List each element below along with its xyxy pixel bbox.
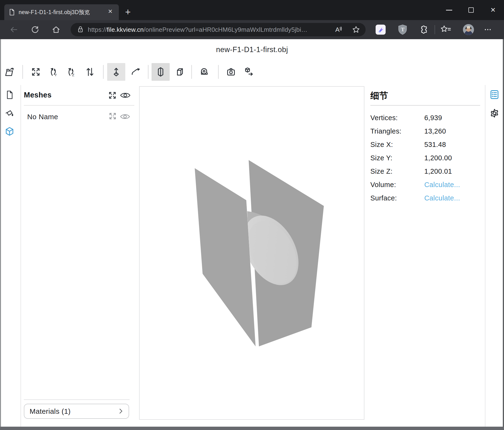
detail-row-size-z: Size Z: 1,200.01: [370, 165, 480, 178]
shaded-view-button[interactable]: [152, 63, 170, 81]
refresh-button[interactable]: [28, 20, 42, 39]
eye-icon: [120, 113, 130, 120]
home-button[interactable]: [49, 20, 63, 39]
orbit-button[interactable]: [126, 63, 145, 81]
fit-view-icon: [30, 66, 41, 77]
mesh-item-fit-button[interactable]: [108, 111, 117, 121]
left-plane: [195, 168, 256, 346]
new-tab-button[interactable]: +: [122, 6, 134, 18]
detail-row-size-y: Size Y: 1,200.00: [370, 151, 480, 165]
bird-extension-icon: [376, 25, 386, 35]
window-edge: [0, 39, 1, 430]
page-file-icon: [9, 9, 15, 16]
rail-file-tab[interactable]: [3, 88, 16, 102]
maximize-button[interactable]: [460, 0, 482, 20]
read-aloud-letter: A: [335, 26, 340, 33]
detail-row-vertices: Vertices: 6,939: [370, 111, 480, 124]
volume-calculate-link[interactable]: Calculate...: [424, 181, 460, 189]
model-render: [140, 87, 364, 419]
surface-calculate-link[interactable]: Calculate...: [424, 194, 460, 202]
rotate-z-letter: Z: [72, 73, 74, 77]
browser-navbar: https://file.kkview.cn/onlinePreview?url…: [0, 20, 504, 39]
page-title: new-F1-D1-1-first.obj: [0, 45, 504, 54]
flip-vertical-button[interactable]: [81, 63, 99, 81]
measure-button[interactable]: [195, 63, 214, 81]
camera-icon: [225, 66, 236, 77]
meshes-divider: [24, 105, 134, 106]
orbit-rotate-icon: [130, 66, 141, 77]
favorite-star-icon[interactable]: [352, 25, 360, 34]
detail-row-surface: Surface: Calculate...: [370, 191, 480, 205]
address-bar[interactable]: https://file.kkview.cn/onlinePreview?url…: [71, 23, 366, 36]
materials-divider: [24, 399, 130, 400]
export-model-icon: [243, 66, 254, 77]
rotate-y-icon: Y: [48, 66, 59, 77]
snapshot-button[interactable]: [222, 63, 240, 81]
back-button[interactable]: [7, 20, 21, 39]
browser-titlebar: new-F1-D1-1-first.obj3D预览 ✕ + ✕: [0, 0, 504, 20]
file-icon: [5, 90, 14, 100]
detail-row-size-x: Size X: 531.48: [370, 138, 480, 151]
fit-view-button[interactable]: [27, 63, 45, 81]
ellipsis-icon: [483, 24, 493, 35]
close-icon: ✕: [490, 6, 496, 14]
details-list-icon: [489, 90, 499, 100]
export-model-button[interactable]: [240, 63, 258, 81]
minimize-button[interactable]: [438, 0, 460, 20]
materials-button[interactable]: Materials (1): [24, 404, 129, 419]
detail-label: Volume:: [370, 181, 424, 189]
right-rail-divider: [485, 85, 485, 427]
shield-letter: T: [401, 27, 405, 32]
flip-vertical-icon: [84, 66, 95, 77]
browser-menu-button[interactable]: [483, 20, 493, 39]
details-divider: [370, 105, 480, 106]
toolbar-separator: [148, 65, 148, 79]
url-text[interactable]: https://file.kkview.cn/onlinePreview?url…: [88, 26, 307, 33]
tab-close-icon[interactable]: ✕: [108, 8, 113, 15]
viewport-3d[interactable]: [139, 86, 364, 420]
detail-value: 531.48: [424, 141, 446, 149]
extension-bird[interactable]: [376, 20, 386, 39]
close-button[interactable]: ✕: [482, 0, 504, 20]
detail-label: Vertices:: [370, 114, 424, 122]
favorites-collections-button[interactable]: [440, 20, 451, 39]
rail-settings-tab[interactable]: [488, 107, 501, 120]
mesh-item-visibility-button[interactable]: [120, 113, 130, 120]
rotate-z-button[interactable]: Z: [63, 63, 81, 81]
rail-materials-tab[interactable]: [3, 107, 16, 120]
lock-icon[interactable]: [77, 26, 84, 34]
rail-details-tab-active[interactable]: [488, 88, 501, 101]
toolbar-separator: [22, 65, 23, 79]
detail-label: Surface:: [370, 194, 424, 202]
materials-label: Materials (1): [30, 407, 71, 415]
window-edge: [0, 427, 504, 430]
rail-model-tab-active[interactable]: [3, 125, 16, 138]
rotate-y-button[interactable]: Y: [45, 63, 63, 81]
open-model-button[interactable]: [0, 63, 19, 81]
meshes-visibility-button[interactable]: [120, 91, 131, 99]
detail-value: 6,939: [424, 114, 442, 122]
mesh-item-name[interactable]: No Name: [27, 113, 58, 121]
box-view-button[interactable]: [171, 63, 189, 81]
toolbar-divider: [435, 20, 435, 39]
toolbar-separator: [218, 65, 219, 79]
chevron-right-icon: [117, 408, 124, 415]
up-axis-icon: [111, 66, 122, 77]
gear-icon: [489, 108, 500, 119]
read-aloud-icon[interactable]: A: [333, 25, 343, 34]
profile-button[interactable]: [463, 20, 474, 39]
up-axis-button[interactable]: [107, 63, 125, 81]
extensions-menu[interactable]: [418, 20, 429, 39]
maximize-icon: [468, 7, 474, 13]
minimize-icon: [446, 10, 452, 10]
detail-value: 1,200.00: [424, 154, 452, 162]
extension-shield[interactable]: T: [397, 20, 408, 39]
box-view-icon: [174, 66, 185, 77]
meshes-fit-button[interactable]: [107, 90, 117, 100]
browser-tab[interactable]: new-F1-D1-1-first.obj3D预览 ✕: [4, 4, 119, 20]
detail-label: Size Y:: [370, 154, 424, 162]
measure-tape-icon: [199, 66, 210, 77]
window-edge: [503, 39, 504, 430]
puzzle-icon: [418, 24, 429, 35]
url-host: file.kkview.cn: [107, 26, 144, 33]
